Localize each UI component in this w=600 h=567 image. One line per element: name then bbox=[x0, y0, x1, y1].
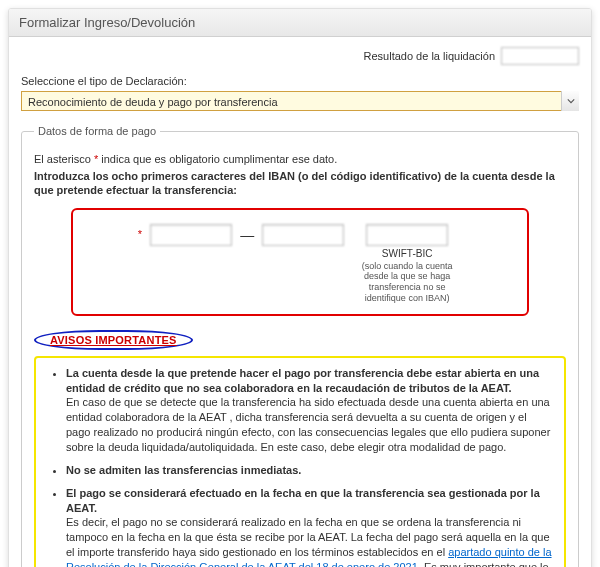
swift-label: SWIFT-BIC bbox=[382, 248, 433, 259]
payment-legend: Datos de forma de pago bbox=[34, 125, 160, 137]
iban-col-1 bbox=[150, 224, 232, 246]
aviso-3-muy: muy importante bbox=[440, 561, 516, 567]
required-note-pre: El asterisco bbox=[34, 153, 94, 165]
aviso-item-2: No se admiten las transferencias inmedia… bbox=[66, 463, 552, 478]
iban-input-2[interactable] bbox=[262, 224, 344, 246]
aviso-3-post-pre: Es bbox=[421, 561, 440, 567]
swift-input[interactable] bbox=[366, 224, 448, 246]
avisos-heading-highlight: AVISOS IMPORTANTES bbox=[34, 330, 193, 350]
dialog-window: Formalizar Ingreso/Devolución Resultado … bbox=[8, 8, 592, 567]
required-note-post: indica que es obligatorio cumplimentar e… bbox=[98, 153, 337, 165]
iban-required-asterisk: * bbox=[138, 228, 142, 240]
iban-dash: — bbox=[240, 227, 254, 243]
iban-input-1[interactable] bbox=[150, 224, 232, 246]
aviso-item-1: La cuenta desde la que pretende hacer el… bbox=[66, 366, 552, 455]
avisos-heading: AVISOS IMPORTANTES bbox=[50, 334, 177, 346]
aviso-1-lead: La cuenta desde la que pretende hacer el… bbox=[66, 367, 539, 394]
result-value-input[interactable] bbox=[501, 47, 579, 65]
declaration-label: Seleccione el tipo de Declaración: bbox=[21, 75, 579, 87]
aviso-2-lead: No se admiten las transferencias inmedia… bbox=[66, 464, 301, 476]
payment-fieldset: Datos de forma de pago El asterisco * in… bbox=[21, 125, 579, 567]
required-note: El asterisco * indica que es obligatorio… bbox=[34, 153, 566, 165]
avisos-list: La cuenta desde la que pretende hacer el… bbox=[48, 366, 552, 567]
result-row: Resultado de la liquidación bbox=[21, 47, 579, 65]
result-label: Resultado de la liquidación bbox=[364, 50, 495, 62]
swift-note: (solo cuando la cuenta desde la que se h… bbox=[352, 261, 462, 304]
declaration-selected: Reconocimiento de deuda y pago por trans… bbox=[21, 91, 579, 111]
chevron-down-icon bbox=[561, 91, 579, 111]
iban-intro: Introduzca los ocho primeros caracteres … bbox=[34, 169, 566, 198]
dialog-body: Resultado de la liquidación Seleccione e… bbox=[9, 37, 591, 567]
aviso-3-lead: El pago se considerará efectuado en la f… bbox=[66, 487, 540, 514]
iban-col-2 bbox=[262, 224, 344, 246]
iban-box: * — SWIFT-BIC (solo cuando la cuenta des… bbox=[71, 208, 529, 316]
dialog-title: Formalizar Ingreso/Devolución bbox=[9, 9, 591, 37]
aviso-item-3: El pago se considerará efectuado en la f… bbox=[66, 486, 552, 567]
declaration-select[interactable]: Reconocimiento de deuda y pago por trans… bbox=[21, 91, 579, 111]
aviso-1-body: En caso de que se detecte que la transfe… bbox=[66, 396, 550, 453]
avisos-box: La cuenta desde la que pretende hacer el… bbox=[34, 356, 566, 567]
swift-col: SWIFT-BIC (solo cuando la cuenta desde l… bbox=[352, 224, 462, 304]
